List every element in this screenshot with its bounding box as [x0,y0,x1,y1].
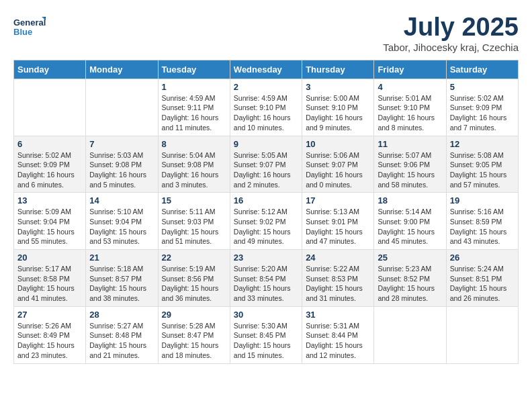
page-header: General Blue July 2025 Tabor, Jihocesky … [13,13,519,53]
day-number: 25 [378,253,442,263]
day-info: Sunrise: 5:03 AM Sunset: 9:08 PM Dayligh… [89,150,154,190]
calendar-cell [374,306,446,363]
day-number: 17 [306,195,370,205]
day-number: 2 [234,82,298,92]
day-info: Sunrise: 5:17 AM Sunset: 8:58 PM Dayligh… [17,264,82,304]
day-info: Sunrise: 5:01 AM Sunset: 9:10 PM Dayligh… [378,93,442,133]
calendar-cell: 20Sunrise: 5:17 AM Sunset: 8:58 PM Dayli… [14,250,86,307]
calendar-cell: 3Sunrise: 5:00 AM Sunset: 9:10 PM Daylig… [302,79,374,136]
day-info: Sunrise: 5:31 AM Sunset: 8:44 PM Dayligh… [306,321,370,361]
day-info: Sunrise: 5:13 AM Sunset: 9:01 PM Dayligh… [306,207,370,246]
calendar-cell: 17Sunrise: 5:13 AM Sunset: 9:01 PM Dayli… [302,193,374,250]
day-number: 31 [306,310,370,320]
week-row-1: 1Sunrise: 4:59 AM Sunset: 9:11 PM Daylig… [14,79,519,136]
logo-icon: General Blue [13,13,46,43]
day-number: 16 [234,195,298,205]
calendar-table: SundayMondayTuesdayWednesdayThursdayFrid… [13,60,519,364]
day-info: Sunrise: 5:19 AM Sunset: 8:56 PM Dayligh… [162,264,226,304]
day-info: Sunrise: 5:06 AM Sunset: 9:07 PM Dayligh… [306,150,370,190]
week-row-3: 13Sunrise: 5:09 AM Sunset: 9:04 PM Dayli… [14,193,519,250]
day-number: 5 [450,82,515,92]
day-number: 22 [162,253,226,263]
day-number: 15 [162,195,226,205]
header-row: SundayMondayTuesdayWednesdayThursdayFrid… [14,60,519,79]
day-number: 7 [89,139,154,149]
day-info: Sunrise: 5:00 AM Sunset: 9:10 PM Dayligh… [306,93,370,133]
day-number: 19 [450,195,515,205]
calendar-cell: 27Sunrise: 5:26 AM Sunset: 8:49 PM Dayli… [14,306,86,363]
calendar-cell: 12Sunrise: 5:08 AM Sunset: 9:05 PM Dayli… [446,136,518,193]
header-thursday: Thursday [302,60,374,79]
day-number: 28 [89,310,154,320]
day-number: 24 [306,253,370,263]
day-number: 9 [234,139,298,149]
day-info: Sunrise: 5:02 AM Sunset: 9:09 PM Dayligh… [450,93,515,133]
day-info: Sunrise: 5:26 AM Sunset: 8:49 PM Dayligh… [17,321,82,361]
calendar-cell: 18Sunrise: 5:14 AM Sunset: 9:00 PM Dayli… [374,193,446,250]
day-number: 8 [162,139,226,149]
header-wednesday: Wednesday [230,60,302,79]
day-number: 11 [378,139,442,149]
day-info: Sunrise: 5:28 AM Sunset: 8:47 PM Dayligh… [162,321,226,361]
day-info: Sunrise: 5:09 AM Sunset: 9:04 PM Dayligh… [17,207,82,246]
calendar-cell: 16Sunrise: 5:12 AM Sunset: 9:02 PM Dayli… [230,193,302,250]
calendar-cell: 2Sunrise: 4:59 AM Sunset: 9:10 PM Daylig… [230,79,302,136]
calendar-cell: 21Sunrise: 5:18 AM Sunset: 8:57 PM Dayli… [86,250,158,307]
week-row-4: 20Sunrise: 5:17 AM Sunset: 8:58 PM Dayli… [14,250,519,307]
day-info: Sunrise: 5:24 AM Sunset: 8:51 PM Dayligh… [450,264,515,304]
day-info: Sunrise: 5:18 AM Sunset: 8:57 PM Dayligh… [89,264,154,304]
day-number: 12 [450,139,515,149]
day-info: Sunrise: 5:14 AM Sunset: 9:00 PM Dayligh… [378,207,442,246]
title-block: July 2025 Tabor, Jihocesky kraj, Czechia [383,13,519,53]
calendar-cell: 9Sunrise: 5:05 AM Sunset: 9:07 PM Daylig… [230,136,302,193]
calendar-cell: 11Sunrise: 5:07 AM Sunset: 9:06 PM Dayli… [374,136,446,193]
calendar-cell: 28Sunrise: 5:27 AM Sunset: 8:48 PM Dayli… [86,306,158,363]
day-number: 21 [89,253,154,263]
day-info: Sunrise: 5:05 AM Sunset: 9:07 PM Dayligh… [234,150,298,190]
calendar-cell: 31Sunrise: 5:31 AM Sunset: 8:44 PM Dayli… [302,306,374,363]
day-number: 30 [234,310,298,320]
day-info: Sunrise: 5:10 AM Sunset: 9:04 PM Dayligh… [89,207,154,246]
calendar-cell: 22Sunrise: 5:19 AM Sunset: 8:56 PM Dayli… [158,250,230,307]
day-number: 10 [306,139,370,149]
calendar-cell: 7Sunrise: 5:03 AM Sunset: 9:08 PM Daylig… [86,136,158,193]
header-tuesday: Tuesday [158,60,230,79]
day-info: Sunrise: 5:30 AM Sunset: 8:45 PM Dayligh… [234,321,298,361]
calendar-cell: 25Sunrise: 5:23 AM Sunset: 8:52 PM Dayli… [374,250,446,307]
calendar-cell [14,79,86,136]
calendar-cell: 26Sunrise: 5:24 AM Sunset: 8:51 PM Dayli… [446,250,518,307]
calendar-subtitle: Tabor, Jihocesky kraj, Czechia [383,42,519,53]
calendar-cell [446,306,518,363]
day-number: 23 [234,253,298,263]
day-info: Sunrise: 5:23 AM Sunset: 8:52 PM Dayligh… [378,264,442,304]
day-number: 13 [17,195,82,205]
day-info: Sunrise: 4:59 AM Sunset: 9:11 PM Dayligh… [162,93,226,133]
week-row-2: 6Sunrise: 5:02 AM Sunset: 9:09 PM Daylig… [14,136,519,193]
day-number: 27 [17,310,82,320]
day-info: Sunrise: 5:02 AM Sunset: 9:09 PM Dayligh… [17,150,82,190]
calendar-cell: 29Sunrise: 5:28 AM Sunset: 8:47 PM Dayli… [158,306,230,363]
day-number: 29 [162,310,226,320]
calendar-cell: 13Sunrise: 5:09 AM Sunset: 9:04 PM Dayli… [14,193,86,250]
calendar-cell: 10Sunrise: 5:06 AM Sunset: 9:07 PM Dayli… [302,136,374,193]
svg-text:Blue: Blue [13,27,32,37]
calendar-cell: 6Sunrise: 5:02 AM Sunset: 9:09 PM Daylig… [14,136,86,193]
day-info: Sunrise: 5:27 AM Sunset: 8:48 PM Dayligh… [89,321,154,361]
calendar-title: July 2025 [383,13,519,42]
day-info: Sunrise: 4:59 AM Sunset: 9:10 PM Dayligh… [234,93,298,133]
calendar-cell: 15Sunrise: 5:11 AM Sunset: 9:03 PM Dayli… [158,193,230,250]
calendar-cell [86,79,158,136]
svg-text:General: General [13,17,46,28]
header-saturday: Saturday [446,60,518,79]
calendar-cell: 1Sunrise: 4:59 AM Sunset: 9:11 PM Daylig… [158,79,230,136]
header-sunday: Sunday [14,60,86,79]
day-info: Sunrise: 5:12 AM Sunset: 9:02 PM Dayligh… [234,207,298,246]
day-number: 6 [17,139,82,149]
day-number: 26 [450,253,515,263]
calendar-cell: 4Sunrise: 5:01 AM Sunset: 9:10 PM Daylig… [374,79,446,136]
day-number: 1 [162,82,226,92]
header-monday: Monday [86,60,158,79]
week-row-5: 27Sunrise: 5:26 AM Sunset: 8:49 PM Dayli… [14,306,519,363]
header-friday: Friday [374,60,446,79]
day-number: 14 [89,195,154,205]
